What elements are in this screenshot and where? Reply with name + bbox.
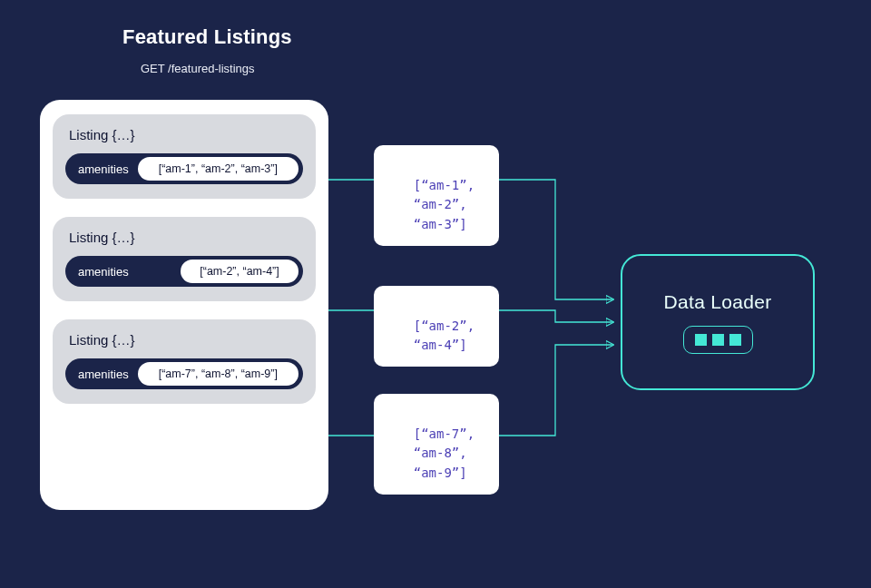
- loader-progress-icon: [683, 326, 753, 354]
- data-loader-title: Data Loader: [664, 291, 772, 313]
- data-loader: Data Loader: [621, 254, 815, 390]
- amenities-pill: amenities [“am-7”, “am-8”, “am-9”]: [65, 358, 303, 389]
- payload-bubble: [“am-1”, “am-2”, “am-3”]: [374, 145, 499, 246]
- payload-text: [“am-1”, “am-2”, “am-3”]: [406, 178, 475, 231]
- header: Featured Listings GET /featured-listings: [122, 25, 292, 75]
- payload-text: [“am-2”, “am-4”]: [406, 318, 475, 353]
- listing-title: Listing {…}: [69, 230, 303, 245]
- field-value: [“am-2”, “am-4”]: [181, 260, 298, 283]
- progress-square-icon: [712, 334, 724, 346]
- page-title: Featured Listings: [122, 25, 292, 49]
- payload-text: [“am-7”, “am-8”, “am-9”]: [406, 426, 475, 480]
- listing-card: Listing {…} amenities [“am-2”, “am-4”]: [53, 217, 316, 301]
- amenities-pill: amenities [“am-2”, “am-4”]: [65, 256, 303, 287]
- payload-bubble: [“am-2”, “am-4”]: [374, 286, 499, 367]
- field-value: [“am-1”, “am-2”, “am-3”]: [138, 157, 298, 181]
- field-label: amenities: [78, 265, 129, 279]
- listing-title: Listing {…}: [69, 332, 303, 348]
- field-value: [“am-7”, “am-8”, “am-9”]: [138, 362, 298, 386]
- listing-card: Listing {…} amenities [“am-1”, “am-2”, “…: [53, 114, 316, 199]
- field-label: amenities: [78, 368, 129, 381]
- payload-bubble: [“am-7”, “am-8”, “am-9”]: [374, 394, 499, 495]
- field-label: amenities: [78, 162, 129, 176]
- listings-panel: Listing {…} amenities [“am-1”, “am-2”, “…: [40, 100, 328, 510]
- endpoint-label: GET /featured-listings: [141, 62, 292, 75]
- amenities-pill: amenities [“am-1”, “am-2”, “am-3”]: [65, 153, 303, 184]
- listing-card: Listing {…} amenities [“am-7”, “am-8”, “…: [53, 319, 316, 404]
- listing-title: Listing {…}: [69, 127, 303, 142]
- progress-square-icon: [729, 334, 741, 346]
- progress-square-icon: [695, 334, 707, 346]
